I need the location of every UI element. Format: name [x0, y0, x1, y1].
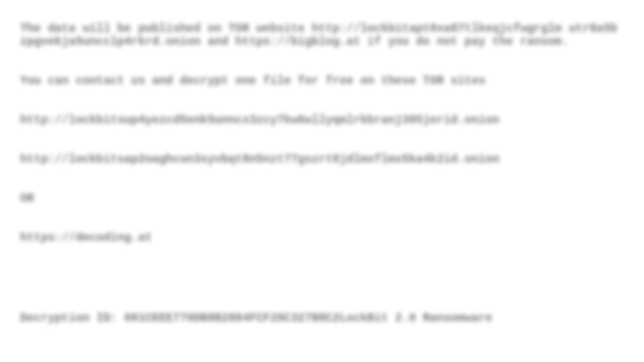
note-decryption-id: Decryption ID: 081CEEE770DB8B2884FCF28C3…: [20, 312, 624, 325]
note-or: OR: [20, 192, 624, 205]
ransom-note-page: The data will be published on TOR websit…: [0, 0, 644, 362]
note-decoding-url: https://decoding.at: [20, 231, 624, 244]
note-ransom-tail: The data will be published on TOR websit…: [20, 22, 624, 48]
note-onion-1: http://lockbitsup4yezcd5enk5unncx3zcy7kw…: [20, 114, 624, 127]
note-contact-line: You can contact us and decrypt one file …: [20, 74, 624, 87]
note-onion-2: http://lockbitsap2oaghcun3syvbqt8n5nzt77…: [20, 153, 624, 166]
